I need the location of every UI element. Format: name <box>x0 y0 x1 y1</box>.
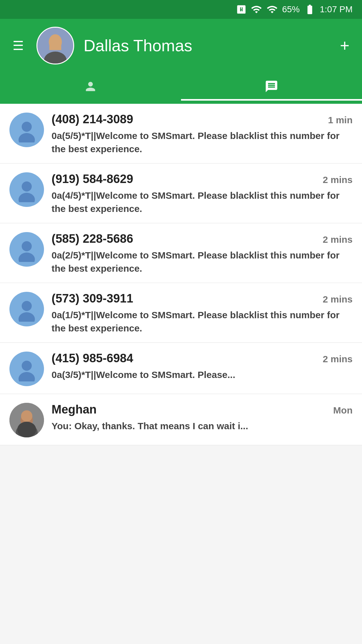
svg-point-5 <box>22 122 32 132</box>
wifi-icon <box>251 4 262 15</box>
message-content: (573) 309-3911 2 mins 0a(1/5)*T||Welcome… <box>52 292 353 335</box>
list-item[interactable]: (919) 584-8629 2 mins 0a(4/5)*T||Welcome… <box>0 164 362 223</box>
message-header: (415) 985-6984 2 mins <box>52 352 353 365</box>
message-content: (408) 214-3089 1 min 0a(5/5)*T||Welcome … <box>52 113 353 156</box>
list-item[interactable]: Meghan Mon You: Okay, thanks. That means… <box>0 394 362 445</box>
svg-point-8 <box>22 181 32 192</box>
message-preview: 0a(4/5)*T||Welcome to SMSmart. Please bl… <box>52 189 353 215</box>
svg-point-23 <box>21 410 32 422</box>
svg-point-17 <box>22 361 32 371</box>
nfc-icon <box>236 4 246 14</box>
message-content: (919) 584-8629 2 mins 0a(4/5)*T||Welcome… <box>52 172 353 215</box>
message-preview: 0a(5/5)*T||Welcome to SMSmart. Please bl… <box>52 129 353 156</box>
message-time: 2 mins <box>323 354 353 364</box>
list-item[interactable]: (585) 228-5686 2 mins 0a(2/5)*T||Welcome… <box>0 223 362 283</box>
message-time: Mon <box>333 405 353 416</box>
message-preview: 0a(3/5)*T||Welcome to SMSmart. Please... <box>52 368 353 381</box>
svg-rect-3 <box>49 44 61 50</box>
contact-name: (408) 214-3089 <box>52 113 133 126</box>
message-preview: You: Okay, thanks. That means I can wait… <box>52 419 353 433</box>
list-item[interactable]: (408) 214-3089 1 min 0a(5/5)*T||Welcome … <box>0 104 362 164</box>
message-time: 2 mins <box>323 175 353 185</box>
person-icon <box>84 80 97 97</box>
tab-bar <box>0 72 362 104</box>
message-time: 1 min <box>328 115 353 125</box>
message-content: Meghan Mon You: Okay, thanks. That means… <box>52 403 353 433</box>
contact-name: (919) 584-8629 <box>52 172 133 186</box>
message-time: 2 mins <box>323 294 353 305</box>
contact-avatar <box>9 232 44 267</box>
header-user-name: Dallas Thomas <box>84 36 331 55</box>
message-content: (585) 228-5686 2 mins 0a(2/5)*T||Welcome… <box>52 232 353 275</box>
list-item[interactable]: (415) 985-6984 2 mins 0a(3/5)*T||Welcome… <box>0 343 362 394</box>
message-header: (573) 309-3911 2 mins <box>52 292 353 305</box>
message-header: (919) 584-8629 2 mins <box>52 172 353 186</box>
message-preview: 0a(1/5)*T||Welcome to SMSmart. Please bl… <box>52 308 353 335</box>
svg-point-11 <box>22 241 32 251</box>
status-bar: 65% 1:07 PM <box>0 0 362 19</box>
message-content: (415) 985-6984 2 mins 0a(3/5)*T||Welcome… <box>52 352 353 381</box>
app-header: ☰ Dallas Thomas + <box>0 19 362 72</box>
contact-avatar <box>9 113 44 147</box>
tab-messages[interactable] <box>181 75 362 101</box>
message-header: (585) 228-5686 2 mins <box>52 232 353 246</box>
time-text: 1:07 PM <box>320 4 353 14</box>
contact-avatar <box>9 352 44 386</box>
contact-name: (573) 309-3911 <box>52 292 133 305</box>
message-preview: 0a(2/5)*T||Welcome to SMSmart. Please bl… <box>52 249 353 275</box>
signal-icon <box>266 4 278 15</box>
battery-text: 65% <box>282 4 300 14</box>
contact-name: Meghan <box>52 403 97 416</box>
tab-contacts[interactable] <box>0 75 181 101</box>
contact-avatar <box>9 172 44 207</box>
user-avatar <box>36 27 74 64</box>
battery-icon <box>304 4 315 15</box>
message-header: Meghan Mon <box>52 403 353 416</box>
status-icons: 65% 1:07 PM <box>236 4 353 15</box>
svg-point-24 <box>17 422 36 437</box>
contact-avatar-photo <box>9 403 44 437</box>
svg-point-14 <box>22 301 32 311</box>
message-time: 2 mins <box>323 234 353 245</box>
contact-name: (585) 228-5686 <box>52 232 133 246</box>
message-header: (408) 214-3089 1 min <box>52 113 353 126</box>
chat-icon <box>265 80 278 97</box>
contact-name: (415) 985-6984 <box>52 352 133 365</box>
message-list: (408) 214-3089 1 min 0a(5/5)*T||Welcome … <box>0 104 362 445</box>
add-button[interactable]: + <box>340 36 349 55</box>
contact-avatar <box>9 292 44 326</box>
list-item[interactable]: (573) 309-3911 2 mins 0a(1/5)*T||Welcome… <box>0 283 362 343</box>
menu-button[interactable]: ☰ <box>13 38 24 53</box>
